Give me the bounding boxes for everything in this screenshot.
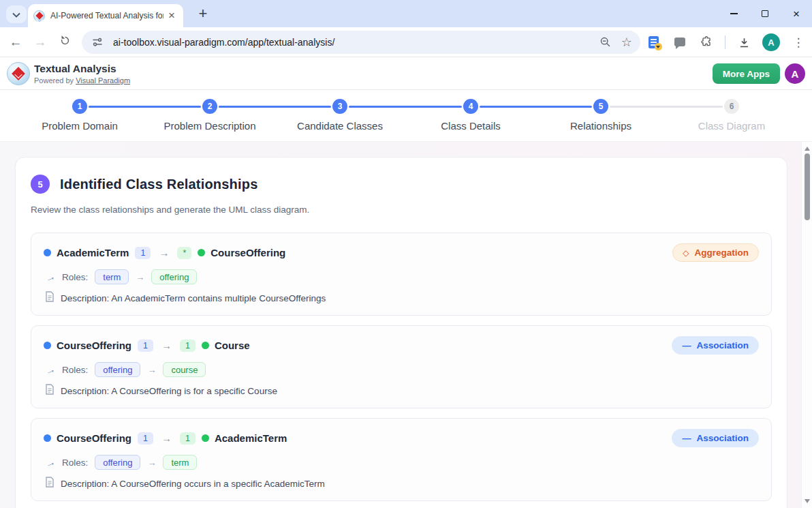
app-user-avatar[interactable]: A	[785, 63, 805, 84]
document-icon	[45, 477, 54, 490]
app-header: Textual Analysis Powered by Visual Parad…	[0, 57, 812, 90]
source-role-badge: offering	[95, 455, 140, 470]
document-icon	[45, 291, 54, 305]
visual-paradigm-link[interactable]: Visual Paradigm	[76, 76, 130, 85]
powered-by: Powered by Visual Paradigm	[34, 76, 130, 85]
browser-tab[interactable]: AI-Powered Textual Analysis for ×	[28, 4, 183, 27]
source-class-name: CourseOffering	[57, 432, 131, 444]
forward-button[interactable]: →	[29, 31, 52, 54]
step-class-details[interactable]: 4 Class Details	[406, 99, 535, 132]
step-circle: 6	[724, 99, 739, 114]
browser-menu-icon[interactable]: ⋮	[790, 34, 807, 50]
relationship-card: CourseOffering 1 → 1 Course — Associatio…	[31, 325, 772, 408]
source-multiplicity-badge: 1	[135, 247, 151, 259]
relationship-type-label: Association	[696, 340, 749, 350]
maximize-button[interactable]	[749, 0, 781, 27]
target-role-badge: offering	[151, 269, 197, 284]
reload-icon	[59, 35, 71, 50]
docs-offline-extension-icon[interactable]	[645, 34, 661, 50]
step-circle: 1	[72, 99, 87, 114]
new-tab-button[interactable]: +	[193, 4, 213, 23]
relationship-type-label: Aggregation	[695, 248, 749, 258]
source-class-dot-icon	[44, 249, 51, 256]
target-class-name: Course	[215, 340, 250, 351]
step-label: Candidate Classes	[275, 120, 405, 132]
source-multiplicity-badge: 1	[138, 432, 153, 445]
tab-strip: AI-Powered Textual Analysis for × + ×	[0, 0, 812, 27]
target-multiplicity-badge: 1	[180, 340, 196, 352]
powered-by-text: Powered by	[34, 76, 74, 85]
description-row: Description: An AcademicTerm contains mu…	[45, 291, 759, 305]
toolbar-right-cluster: A ⋮	[645, 31, 807, 54]
page-content: 5 Identified Class Relationships Review …	[0, 142, 812, 508]
tab-search-button[interactable]	[6, 5, 27, 23]
roles-label: Roles:	[62, 365, 88, 375]
relationship-description: Description: A CourseOffering is for a s…	[61, 386, 277, 396]
step-label: Class Details	[406, 120, 535, 132]
page-scrollbar[interactable]	[801, 142, 812, 508]
line-icon: —	[682, 340, 691, 350]
tab-close-icon[interactable]: ×	[166, 10, 178, 22]
source-class-name: AcademicTerm	[57, 247, 129, 258]
step-candidate-classes[interactable]: 3 Candidate Classes	[275, 99, 405, 132]
step-circle: 5	[593, 99, 608, 114]
roles-arrow-icon: →	[43, 269, 57, 284]
browser-toolbar: ← → ai-toolbox.visual-paradigm.com/app/t…	[0, 27, 812, 57]
step-label: Relationships	[536, 120, 666, 132]
step-class-diagram[interactable]: 6 Class Diagram	[667, 99, 796, 132]
relationship-header: CourseOffering 1 → 1 AcademicTerm — Asso…	[44, 429, 759, 447]
minimize-button[interactable]	[718, 0, 749, 27]
tab-title: AI-Powered Textual Analysis for	[50, 11, 163, 20]
comment-extension-icon[interactable]	[672, 34, 688, 50]
step-circle: 4	[463, 99, 478, 114]
relationship-type-label: Association	[696, 433, 749, 443]
downloads-icon[interactable]	[736, 34, 752, 50]
roles-row: → Roles: term → offering	[45, 269, 759, 284]
bookmark-star-icon[interactable]: ☆	[621, 35, 632, 50]
scroll-down-icon[interactable]	[805, 499, 810, 503]
step-relationships[interactable]: 5 Relationships	[536, 99, 666, 132]
site-settings-tune-icon[interactable]	[90, 35, 105, 50]
close-button[interactable]: ×	[781, 0, 812, 27]
relationship-type-badge: — Association	[672, 429, 759, 447]
target-role-badge: course	[163, 362, 206, 377]
step-problem-domain[interactable]: 1 Problem Domain	[15, 99, 144, 132]
target-multiplicity-badge: *	[177, 247, 191, 259]
app-title: Textual Analysis	[34, 63, 130, 75]
arrow-icon: →	[161, 432, 172, 444]
reload-button[interactable]	[53, 31, 76, 54]
browser-profile-avatar[interactable]: A	[762, 33, 780, 51]
extensions-puzzle-icon[interactable]	[698, 34, 715, 50]
chevron-down-icon	[12, 8, 20, 20]
source-class-dot-icon	[44, 342, 51, 349]
step-problem-description[interactable]: 2 Problem Description	[145, 99, 275, 132]
relationship-card: AcademicTerm 1 → * CourseOffering ◇ Aggr…	[31, 233, 772, 316]
relationship-description: Description: An AcademicTerm contains mu…	[61, 293, 326, 303]
source-class-dot-icon	[44, 434, 51, 442]
close-icon: ×	[793, 8, 800, 20]
vp-logo-icon	[7, 62, 30, 85]
url-text[interactable]: ai-toolbox.visual-paradigm.com/app/textu…	[113, 37, 598, 48]
description-row: Description: A CourseOffering occurs in …	[45, 477, 759, 490]
document-icon	[45, 384, 54, 398]
step-label: Problem Domain	[15, 120, 144, 132]
address-bar[interactable]: ai-toolbox.visual-paradigm.com/app/textu…	[82, 31, 640, 54]
arrow-icon: →	[147, 365, 156, 375]
step-label: Problem Description	[145, 120, 275, 132]
scrollbar-thumb[interactable]	[805, 153, 810, 220]
relationship-card: CourseOffering 1 → 1 AcademicTerm — Asso…	[31, 418, 772, 501]
scroll-up-icon[interactable]	[805, 147, 810, 151]
arrow-icon: →	[147, 458, 156, 468]
target-class-name: AcademicTerm	[215, 432, 287, 444]
target-role-badge: term	[163, 455, 197, 470]
target-class-dot-icon	[202, 434, 209, 442]
roles-row: → Roles: offering → course	[45, 362, 759, 377]
target-multiplicity-badge: 1	[180, 432, 196, 445]
window-controls: ×	[718, 0, 812, 27]
roles-arrow-icon: →	[43, 362, 57, 376]
maximize-icon	[762, 10, 768, 17]
more-apps-button[interactable]: More Apps	[713, 63, 780, 84]
target-class-dot-icon	[198, 249, 205, 256]
back-button[interactable]: ←	[4, 31, 27, 54]
zoom-out-icon[interactable]	[598, 35, 613, 50]
